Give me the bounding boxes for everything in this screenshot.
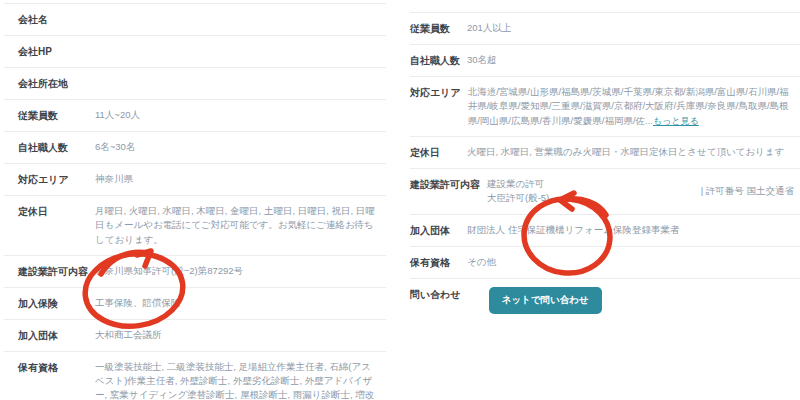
info-label: 従業員数 xyxy=(410,21,460,36)
qualifications-text: 一級塗装技能士, 二級塗装技能士, 足場組立作業主任者, 石綿(アスベスト)作業… xyxy=(95,361,374,400)
info-row-company-hp: 会社HP xyxy=(4,36,386,68)
info-label: 建設業許可内容 xyxy=(410,177,480,192)
info-row-construction-permit: 建設業許可内容 神奈川県知事許可(般−2)第87292号 xyxy=(4,256,386,288)
info-row-company-name: 会社名 xyxy=(4,4,386,36)
info-row-construction-permit: 建設業許可内容 建設業の許可 大臣許可(般-5) | 許可番号 国土交通省 xyxy=(410,169,800,215)
info-row-employees: 従業員数 11人~20人 xyxy=(4,100,386,132)
info-row-employees: 従業員数 201人以上 xyxy=(410,13,800,45)
info-value: 北海道/宮城県/山形県/福島県/茨城県/千葉県/東京都/新潟県/富山県/石川県/… xyxy=(468,85,800,128)
info-value: ネットで問い合わせ xyxy=(468,287,800,314)
info-row-memberships: 加入団体 財団法人 住宅保証機構リフォーム保険登録事業者 xyxy=(410,215,800,247)
info-label: 会社所在地 xyxy=(4,76,95,91)
info-label: 従業員数 xyxy=(4,108,95,123)
info-row-craftsmen: 自社職人数 6名~30名 xyxy=(4,132,386,164)
service-area-text: 北海道/宮城県/山形県/福島県/茨城県/千葉県/東京都/新潟県/富山県/石川県/… xyxy=(468,86,789,126)
info-value: 201人以上 xyxy=(467,21,800,35)
info-row-qualifications: 保有資格 一級塗装技能士, 二級塗装技能士, 足場組立作業主任者, 石綿(アスベ… xyxy=(4,352,386,400)
info-row-craftsmen: 自社職人数 30名超 xyxy=(410,45,800,77)
info-value: 6名~30名 xyxy=(95,140,386,154)
see-more-link[interactable]: もっと見る xyxy=(653,116,699,126)
info-label: 加入団体 xyxy=(4,328,95,343)
info-value: その他 xyxy=(467,255,800,269)
info-label: 建設業許可内容 xyxy=(4,264,95,279)
info-label: 問い合わせ xyxy=(410,287,461,302)
info-row-service-area: 対応エリア 神奈川県 xyxy=(4,164,386,196)
info-label: 自社職人数 xyxy=(4,140,95,155)
info-row-service-area: 対応エリア 北海道/宮城県/山形県/福島県/茨城県/千葉県/東京都/新潟県/富山… xyxy=(410,77,800,137)
info-value: 財団法人 住宅保証機構リフォーム保険登録事業者 xyxy=(467,223,800,237)
info-label: 加入保険 xyxy=(4,296,95,311)
info-value: 大和商工会議所 xyxy=(95,328,386,342)
info-label: 会社HP xyxy=(4,44,95,59)
info-value: 神奈川県知事許可(般−2)第87292号 xyxy=(95,264,386,278)
info-label: 対応エリア xyxy=(4,172,95,187)
info-label: 自社職人数 xyxy=(410,53,460,68)
info-label: 保有資格 xyxy=(4,360,95,375)
info-value: 工事保険、賠償保険 xyxy=(95,296,386,310)
inquiry-button[interactable]: ネットで問い合わせ xyxy=(489,287,602,314)
company-info-table-right: 従業員数 201人以上 自社職人数 30名超 対応エリア 北海道/宮城県/山形県… xyxy=(410,12,800,322)
info-value: 30名超 xyxy=(467,53,800,67)
info-row-inquiry: 問い合わせ ネットで問い合わせ xyxy=(410,279,800,322)
info-row-insurance: 加入保険 工事保険、賠償保険 xyxy=(4,288,386,320)
company-profile-page: 会社名 会社HP 会社所在地 従業員数 11人~20人 自社職人数 6名~30名… xyxy=(0,0,800,400)
info-label: 定休日 xyxy=(4,204,95,219)
info-value: 月曜日, 火曜日, 水曜日, 木曜日, 金曜日, 土曜日, 日曜日, 祝日, 日… xyxy=(95,204,386,247)
info-label: 保有資格 xyxy=(410,255,460,270)
info-label: 会社名 xyxy=(4,12,95,27)
info-row-closed-days: 定休日 火曜日, 水曜日, 営業職のみ火曜日・水曜日定休日とさせて頂いております xyxy=(410,137,800,169)
info-value: 11人~20人 xyxy=(95,108,386,122)
info-row-closed-days: 定休日 月曜日, 火曜日, 水曜日, 木曜日, 金曜日, 土曜日, 日曜日, 祝… xyxy=(4,196,386,256)
info-label: 対応エリア xyxy=(410,85,461,100)
info-value: 一級塗装技能士, 二級塗装技能士, 足場組立作業主任者, 石綿(アスベスト)作業… xyxy=(95,360,386,400)
info-row-company-address: 会社所在地 xyxy=(4,68,386,100)
info-row-qualifications: 保有資格 その他 xyxy=(410,247,800,279)
company-info-table-left: 会社名 会社HP 会社所在地 従業員数 11人~20人 自社職人数 6名~30名… xyxy=(4,3,386,400)
info-label: 加入団体 xyxy=(410,223,460,238)
permit-number-note: | 許可番号 国土交通省 xyxy=(701,184,794,198)
info-value: 火曜日, 水曜日, 営業職のみ火曜日・水曜日定休日とさせて頂いております xyxy=(467,145,800,159)
info-row-memberships: 加入団体 大和商工会議所 xyxy=(4,320,386,352)
info-value: 神奈川県 xyxy=(95,172,386,186)
info-label: 定休日 xyxy=(410,145,460,160)
